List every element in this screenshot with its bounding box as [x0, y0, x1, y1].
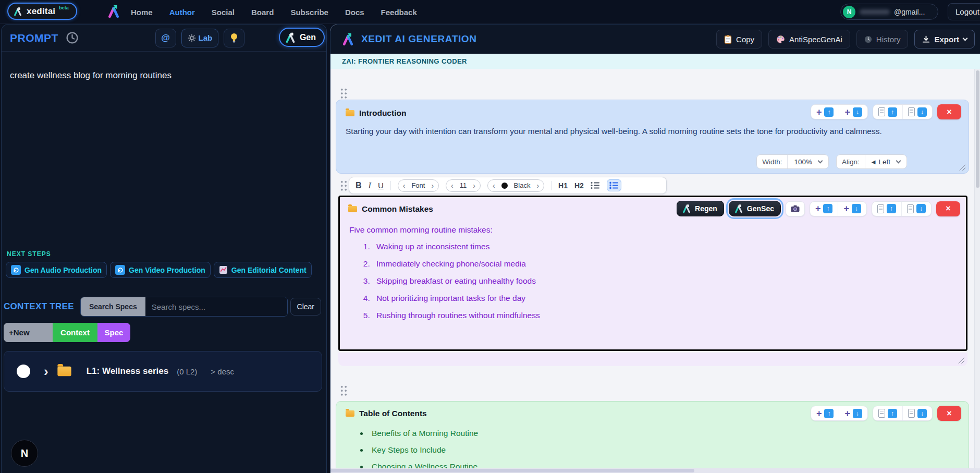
regen-button[interactable]: Regen [677, 201, 724, 216]
nav-item-subscribe[interactable]: Subscribe [290, 8, 328, 17]
scrollbar-thumb[interactable] [976, 70, 979, 188]
list-item[interactable]: Not prioritizing important tasks for the… [372, 294, 966, 303]
expand-chevron-icon[interactable]: › [44, 365, 48, 378]
gen-video-button[interactable]: Gen Video Production [110, 262, 211, 278]
tree-radio[interactable] [17, 365, 30, 378]
tree-item-wellness-series[interactable]: › L1: Wellness series (0 L2) > desc [4, 351, 322, 392]
export-button[interactable]: Export [914, 30, 975, 48]
toc-list[interactable]: Benefits of a Morning Routine Key Steps … [369, 429, 969, 468]
snapshot-button[interactable] [786, 201, 805, 216]
lab-button[interactable]: Lab [181, 29, 219, 47]
section-common-mistakes[interactable]: Common Mistakes Regen [338, 196, 967, 351]
paste-above-button[interactable]: ↑ [873, 105, 902, 119]
list-item[interactable]: Waking up at inconsistent times [372, 242, 966, 251]
bullet-list-button[interactable] [591, 181, 600, 189]
tree-item-desc[interactable]: > desc [211, 367, 234, 376]
section-introduction[interactable]: Introduction + ↑ + ↓ [336, 100, 969, 174]
spec-search-input[interactable] [145, 297, 287, 316]
add-section-above-button[interactable]: + ↑ [810, 202, 838, 216]
clear-search-button[interactable]: Clear [290, 298, 321, 316]
heading2-button[interactable]: H2 [574, 181, 584, 190]
context-toggle-button[interactable]: Context [53, 323, 97, 342]
palette-icon [776, 35, 785, 44]
paste-below-button[interactable]: ↓ [901, 202, 931, 216]
gen-editorial-label: Gen Editorial Content [231, 266, 307, 274]
logout-button[interactable]: Logout [948, 3, 980, 20]
font-stepper[interactable]: ‹ Font › [398, 179, 439, 192]
gen-editorial-button[interactable]: Gen Editorial Content [214, 262, 312, 278]
nav-item-author[interactable]: Author [169, 8, 195, 17]
width-select[interactable]: 100% [788, 155, 828, 168]
resize-handle[interactable] [958, 357, 964, 363]
scrollbar-thumb[interactable] [330, 469, 694, 472]
align-select[interactable]: ◀ Left [865, 155, 906, 168]
prev-font-icon[interactable]: ‹ [403, 181, 406, 190]
underline-button[interactable]: U [378, 181, 384, 190]
delete-section-button[interactable]: × [937, 104, 961, 119]
paste-above-button[interactable]: ↑ [872, 202, 901, 216]
section-body-text[interactable]: Starting your day with intention can tra… [336, 118, 954, 139]
paste-above-button[interactable]: ↑ [873, 406, 902, 420]
italic-button[interactable]: I [369, 181, 371, 190]
next-color-icon[interactable]: › [536, 181, 539, 190]
increase-size-icon[interactable]: › [473, 181, 475, 190]
close-icon: × [947, 107, 951, 117]
align-control: Align: ◀ Left [836, 154, 907, 169]
antispec-button[interactable]: AntiSpecGenAi [768, 30, 850, 48]
history-button[interactable]: History [856, 30, 909, 48]
list-item[interactable]: Skipping breakfast or eating unhealthy f… [372, 276, 966, 286]
list-item[interactable]: Choosing a Wellness Routine [369, 462, 969, 468]
list-item[interactable]: Benefits of a Morning Routine [369, 429, 969, 438]
paste-below-button[interactable]: ↓ [902, 406, 932, 420]
heading1-button[interactable]: H1 [558, 181, 568, 190]
add-section-below-button[interactable]: + ↓ [839, 406, 867, 420]
paste-below-button[interactable]: ↓ [902, 105, 932, 119]
numbered-list-button[interactable] [607, 179, 621, 191]
section-table-of-contents[interactable]: Table of Contents + ↑ + ↓ [336, 401, 969, 468]
list-item[interactable]: Immediately checking phone/social media [372, 259, 966, 269]
bold-button[interactable]: B [356, 181, 362, 190]
delete-section-button[interactable]: × [936, 201, 960, 216]
add-section-above-button[interactable]: + ↑ [811, 105, 839, 119]
next-font-icon[interactable]: › [431, 181, 434, 190]
idea-button[interactable] [224, 29, 244, 47]
nav-item-feedback[interactable]: Feedback [381, 8, 417, 17]
nav-item-home[interactable]: Home [131, 8, 153, 17]
mistakes-list[interactable]: Waking up at inconsistent times Immediat… [372, 242, 966, 320]
nav-item-docs[interactable]: Docs [345, 8, 364, 17]
copy-button[interactable]: Copy [716, 30, 762, 48]
profile-avatar[interactable]: N [11, 440, 38, 467]
mention-button[interactable]: @ [155, 29, 176, 47]
font-size-stepper[interactable]: ‹ 11 › [446, 179, 481, 192]
delete-section-button[interactable]: × [937, 406, 961, 421]
color-stepper[interactable]: ‹ Black › [487, 179, 544, 192]
section-drag-handle[interactable] [340, 385, 348, 396]
horizontal-scrollbar[interactable] [330, 468, 980, 473]
gensec-button[interactable]: GenSec [729, 201, 781, 216]
section-drag-handle[interactable] [340, 88, 348, 99]
user-account-pill[interactable]: N @gmail... [840, 4, 938, 20]
add-section-above-button[interactable]: + ↑ [811, 406, 839, 420]
section-drag-handle[interactable] [340, 180, 348, 191]
history-clock-icon[interactable] [66, 31, 79, 44]
add-section-below-button[interactable]: + ↓ [838, 202, 866, 216]
generate-button[interactable]: Gen [279, 28, 325, 47]
nav-item-board[interactable]: Board [251, 8, 274, 17]
tree-segmented-control: +New Context Spec [4, 323, 130, 342]
section-body-text[interactable]: Five common morning routine mistakes: [340, 214, 966, 235]
gen-audio-button[interactable]: Gen Audio Production [6, 262, 107, 278]
vertical-scrollbar[interactable] [974, 69, 980, 468]
prev-color-icon[interactable]: ‹ [493, 181, 495, 190]
section-title: Common Mistakes [362, 204, 433, 214]
list-item[interactable]: Rushing through routines without mindful… [372, 311, 966, 320]
nav-item-social[interactable]: Social [212, 8, 235, 17]
add-section-below-button[interactable]: + ↓ [839, 105, 867, 119]
prompt-input[interactable]: create wellness blog for morning routine… [2, 52, 326, 81]
spec-toggle-button[interactable]: Spec [97, 323, 130, 342]
list-item[interactable]: Key Steps to Include [369, 445, 969, 455]
new-node-button[interactable]: +New [4, 323, 53, 342]
next-steps-buttons: Gen Audio Production Gen Video Productio… [2, 258, 326, 278]
app-logo[interactable]: xeditai beta [7, 3, 77, 20]
decrease-size-icon[interactable]: ‹ [451, 181, 454, 190]
resize-handle[interactable] [959, 164, 965, 171]
